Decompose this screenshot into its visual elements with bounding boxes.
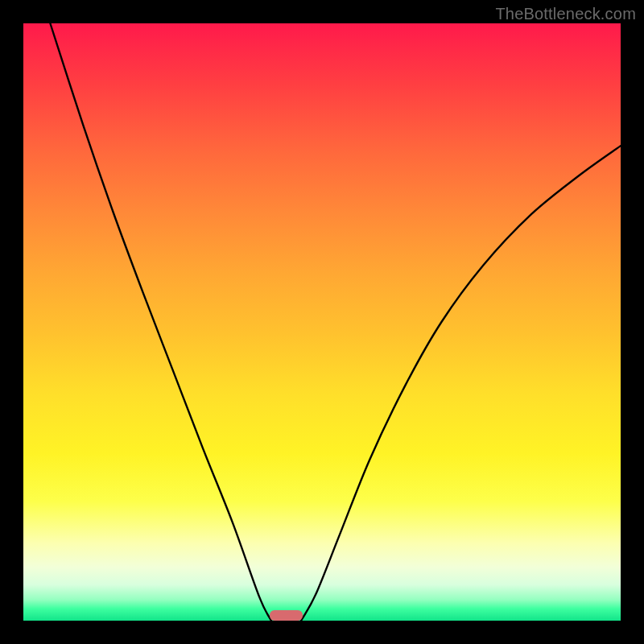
left-curve [50, 23, 271, 621]
plot-area [23, 23, 621, 621]
balance-marker [270, 610, 303, 621]
curves-svg [23, 23, 621, 621]
chart-frame: TheBottleneck.com [0, 0, 644, 644]
watermark-text: TheBottleneck.com [495, 5, 636, 23]
right-curve [301, 146, 621, 621]
